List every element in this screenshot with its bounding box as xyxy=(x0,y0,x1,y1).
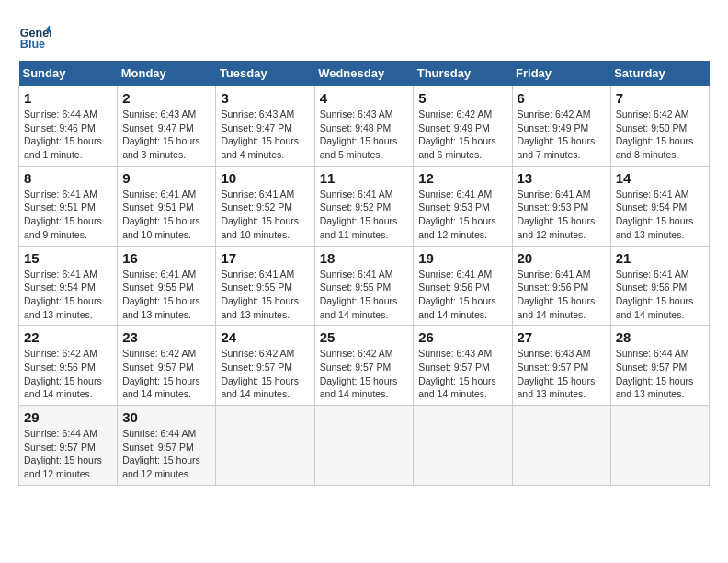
day-number: 18 xyxy=(320,250,409,266)
day-number: 28 xyxy=(616,329,704,345)
calendar-cell xyxy=(216,406,314,486)
day-info: Sunrise: 6:41 AM Sunset: 9:55 PM Dayligh… xyxy=(122,268,210,322)
calendar-cell: 28 Sunrise: 6:44 AM Sunset: 9:57 PM Dayl… xyxy=(610,326,709,406)
day-number: 3 xyxy=(221,90,309,106)
day-info: Sunrise: 6:42 AM Sunset: 9:56 PM Dayligh… xyxy=(24,347,112,401)
calendar-cell: 30 Sunrise: 6:44 AM Sunset: 9:57 PM Dayl… xyxy=(118,406,216,486)
day-number: 30 xyxy=(122,409,210,425)
calendar-cell: 16 Sunrise: 6:41 AM Sunset: 9:55 PM Dayl… xyxy=(118,246,216,326)
day-number: 2 xyxy=(122,90,210,106)
calendar-cell: 4 Sunrise: 6:43 AM Sunset: 9:48 PM Dayli… xyxy=(314,86,414,167)
week-row-4: 22 Sunrise: 6:42 AM Sunset: 9:56 PM Dayl… xyxy=(19,326,710,406)
calendar-cell: 23 Sunrise: 6:42 AM Sunset: 9:57 PM Dayl… xyxy=(118,326,216,406)
day-info: Sunrise: 6:41 AM Sunset: 9:56 PM Dayligh… xyxy=(418,268,506,322)
calendar-cell: 21 Sunrise: 6:41 AM Sunset: 9:56 PM Dayl… xyxy=(610,246,709,326)
calendar-cell: 25 Sunrise: 6:42 AM Sunset: 9:57 PM Dayl… xyxy=(314,326,414,406)
calendar-body: 1 Sunrise: 6:44 AM Sunset: 9:46 PM Dayli… xyxy=(19,86,710,486)
calendar-cell xyxy=(512,406,610,486)
day-number: 11 xyxy=(320,170,409,186)
week-row-2: 8 Sunrise: 6:41 AM Sunset: 9:51 PM Dayli… xyxy=(19,166,710,246)
day-info: Sunrise: 6:41 AM Sunset: 9:53 PM Dayligh… xyxy=(518,188,606,242)
week-row-3: 15 Sunrise: 6:41 AM Sunset: 9:54 PM Dayl… xyxy=(19,246,710,326)
calendar-cell: 6 Sunrise: 6:42 AM Sunset: 9:49 PM Dayli… xyxy=(512,86,610,167)
day-info: Sunrise: 6:42 AM Sunset: 9:57 PM Dayligh… xyxy=(320,347,409,401)
column-header-friday: Friday xyxy=(512,61,610,86)
calendar-cell xyxy=(414,406,512,486)
day-info: Sunrise: 6:43 AM Sunset: 9:57 PM Dayligh… xyxy=(418,347,506,401)
day-number: 13 xyxy=(518,170,606,186)
day-number: 26 xyxy=(418,329,506,345)
calendar-cell: 9 Sunrise: 6:41 AM Sunset: 9:51 PM Dayli… xyxy=(118,166,216,246)
day-number: 5 xyxy=(418,90,506,106)
day-number: 29 xyxy=(24,409,112,425)
day-number: 4 xyxy=(320,90,409,106)
calendar-cell: 17 Sunrise: 6:41 AM Sunset: 9:55 PM Dayl… xyxy=(216,246,314,326)
day-number: 27 xyxy=(518,329,606,345)
day-info: Sunrise: 6:41 AM Sunset: 9:51 PM Dayligh… xyxy=(24,188,112,242)
day-number: 19 xyxy=(418,250,506,266)
day-number: 8 xyxy=(24,170,112,186)
day-info: Sunrise: 6:42 AM Sunset: 9:50 PM Dayligh… xyxy=(616,108,704,162)
calendar-table: SundayMondayTuesdayWednesdayThursdayFrid… xyxy=(18,61,710,486)
calendar-cell: 26 Sunrise: 6:43 AM Sunset: 9:57 PM Dayl… xyxy=(414,326,512,406)
calendar-cell: 18 Sunrise: 6:41 AM Sunset: 9:55 PM Dayl… xyxy=(314,246,414,326)
calendar-cell: 12 Sunrise: 6:41 AM Sunset: 9:53 PM Dayl… xyxy=(414,166,512,246)
day-info: Sunrise: 6:42 AM Sunset: 9:49 PM Dayligh… xyxy=(518,108,606,162)
week-row-1: 1 Sunrise: 6:44 AM Sunset: 9:46 PM Dayli… xyxy=(19,86,710,167)
day-info: Sunrise: 6:44 AM Sunset: 9:46 PM Dayligh… xyxy=(24,108,112,162)
calendar-cell: 5 Sunrise: 6:42 AM Sunset: 9:49 PM Dayli… xyxy=(414,86,512,167)
day-number: 22 xyxy=(24,329,112,345)
calendar-cell: 2 Sunrise: 6:43 AM Sunset: 9:47 PM Dayli… xyxy=(118,86,216,167)
calendar-cell: 24 Sunrise: 6:42 AM Sunset: 9:57 PM Dayl… xyxy=(216,326,314,406)
day-info: Sunrise: 6:42 AM Sunset: 9:49 PM Dayligh… xyxy=(418,108,506,162)
day-number: 6 xyxy=(518,90,606,106)
column-header-sunday: Sunday xyxy=(19,61,118,86)
day-number: 17 xyxy=(221,250,309,266)
calendar-cell: 20 Sunrise: 6:41 AM Sunset: 9:56 PM Dayl… xyxy=(512,246,610,326)
column-header-saturday: Saturday xyxy=(610,61,709,86)
day-info: Sunrise: 6:41 AM Sunset: 9:54 PM Dayligh… xyxy=(24,268,112,322)
logo-icon: General Blue xyxy=(18,18,51,52)
day-info: Sunrise: 6:43 AM Sunset: 9:57 PM Dayligh… xyxy=(518,347,606,401)
calendar-cell: 19 Sunrise: 6:41 AM Sunset: 9:56 PM Dayl… xyxy=(414,246,512,326)
calendar-cell: 29 Sunrise: 6:44 AM Sunset: 9:57 PM Dayl… xyxy=(19,406,118,486)
calendar-cell: 7 Sunrise: 6:42 AM Sunset: 9:50 PM Dayli… xyxy=(610,86,709,167)
day-number: 24 xyxy=(221,329,309,345)
day-info: Sunrise: 6:42 AM Sunset: 9:57 PM Dayligh… xyxy=(221,347,309,401)
day-number: 16 xyxy=(122,250,210,266)
week-row-5: 29 Sunrise: 6:44 AM Sunset: 9:57 PM Dayl… xyxy=(19,406,710,486)
day-number: 23 xyxy=(122,329,210,345)
day-info: Sunrise: 6:41 AM Sunset: 9:56 PM Dayligh… xyxy=(616,268,704,322)
day-info: Sunrise: 6:43 AM Sunset: 9:47 PM Dayligh… xyxy=(221,108,309,162)
calendar-cell: 15 Sunrise: 6:41 AM Sunset: 9:54 PM Dayl… xyxy=(19,246,118,326)
column-header-tuesday: Tuesday xyxy=(216,61,314,86)
calendar-cell xyxy=(314,406,414,486)
calendar-cell: 22 Sunrise: 6:42 AM Sunset: 9:56 PM Dayl… xyxy=(19,326,118,406)
day-info: Sunrise: 6:41 AM Sunset: 9:51 PM Dayligh… xyxy=(122,188,210,242)
day-info: Sunrise: 6:41 AM Sunset: 9:54 PM Dayligh… xyxy=(616,188,704,242)
day-info: Sunrise: 6:41 AM Sunset: 9:53 PM Dayligh… xyxy=(418,188,506,242)
day-info: Sunrise: 6:44 AM Sunset: 9:57 PM Dayligh… xyxy=(122,427,210,481)
calendar-header-row: SundayMondayTuesdayWednesdayThursdayFrid… xyxy=(19,61,710,86)
day-number: 25 xyxy=(320,329,409,345)
column-header-monday: Monday xyxy=(118,61,216,86)
day-number: 20 xyxy=(518,250,606,266)
calendar-cell: 11 Sunrise: 6:41 AM Sunset: 9:52 PM Dayl… xyxy=(314,166,414,246)
day-info: Sunrise: 6:43 AM Sunset: 9:47 PM Dayligh… xyxy=(122,108,210,162)
day-info: Sunrise: 6:41 AM Sunset: 9:52 PM Dayligh… xyxy=(221,188,309,242)
day-number: 14 xyxy=(616,170,704,186)
day-info: Sunrise: 6:42 AM Sunset: 9:57 PM Dayligh… xyxy=(122,347,210,401)
day-number: 10 xyxy=(221,170,309,186)
day-number: 9 xyxy=(122,170,210,186)
calendar-cell: 1 Sunrise: 6:44 AM Sunset: 9:46 PM Dayli… xyxy=(19,86,118,167)
day-info: Sunrise: 6:43 AM Sunset: 9:48 PM Dayligh… xyxy=(320,108,409,162)
day-info: Sunrise: 6:41 AM Sunset: 9:52 PM Dayligh… xyxy=(320,188,409,242)
calendar-cell: 10 Sunrise: 6:41 AM Sunset: 9:52 PM Dayl… xyxy=(216,166,314,246)
day-number: 15 xyxy=(24,250,112,266)
page-header: General Blue xyxy=(18,18,710,52)
calendar-cell: 14 Sunrise: 6:41 AM Sunset: 9:54 PM Dayl… xyxy=(610,166,709,246)
day-number: 7 xyxy=(616,90,704,106)
logo: General Blue xyxy=(18,18,51,52)
calendar-cell xyxy=(610,406,709,486)
day-number: 12 xyxy=(418,170,506,186)
